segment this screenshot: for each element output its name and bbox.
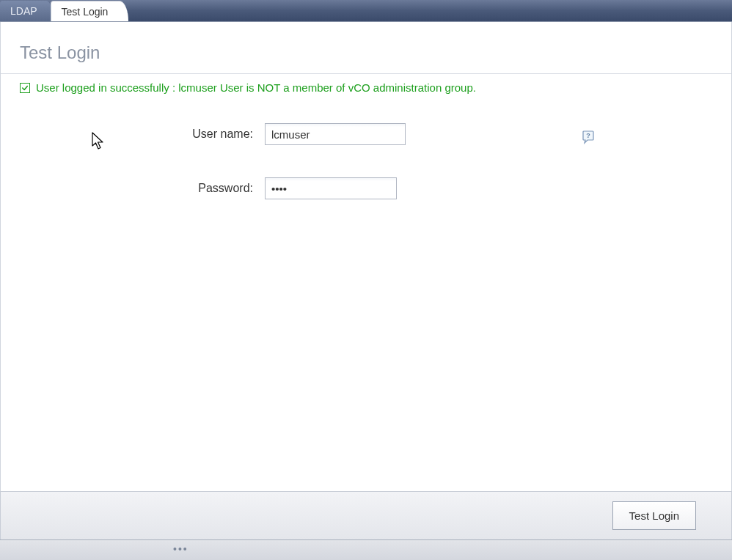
tab-bar: LDAP Test Login [0,0,732,22]
username-label: User name: [1,128,265,141]
tab-test-login[interactable]: Test Login [51,1,129,21]
help-icon[interactable]: ? [582,130,596,147]
password-input[interactable] [265,177,397,199]
page-title: Test Login [1,22,731,74]
username-input[interactable] [265,123,406,145]
tab-ldap[interactable]: LDAP [0,1,54,21]
status-message-row: User logged in successfully : lcmuser Us… [1,74,731,94]
content-panel: Test Login User logged in successfully :… [0,22,732,491]
username-row: User name: [1,123,731,145]
resize-dots-icon: ••• [173,543,189,555]
password-label: Password: [1,182,265,195]
svg-text:?: ? [586,132,590,139]
test-login-button[interactable]: Test Login [612,501,696,530]
login-form: ? User name: Password: [1,94,731,199]
status-text: User logged in successfully : lcmuser Us… [36,81,476,94]
tab-label: Test Login [62,6,109,18]
footer-bar: Test Login [0,491,732,539]
password-row: Password: [1,177,731,199]
bottom-strip: ••• [0,539,732,560]
checkmark-icon [20,83,30,93]
tab-label: LDAP [10,5,37,17]
